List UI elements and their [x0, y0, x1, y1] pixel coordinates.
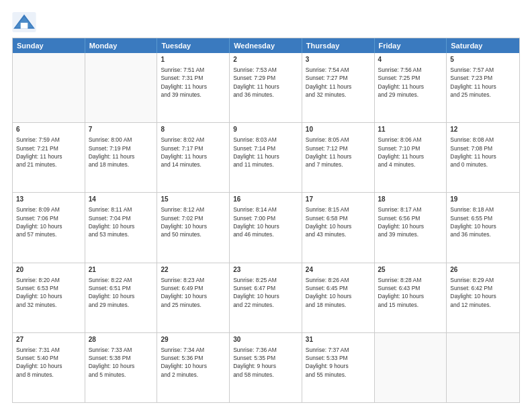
day-cell-22: 22Sunrise: 8:23 AMSunset: 6:49 PMDayligh…: [157, 263, 230, 332]
day-cell-13: 13Sunrise: 8:09 AMSunset: 7:06 PMDayligh…: [13, 193, 85, 262]
day-number: 16: [233, 195, 298, 204]
day-detail-line: Sunset: 5:33 PM: [306, 354, 371, 362]
day-number: 23: [233, 265, 298, 275]
day-detail-line: Sunset: 6:51 PM: [89, 284, 154, 292]
day-detail-line: Sunrise: 7:36 AM: [233, 346, 298, 354]
calendar-header: SundayMondayTuesdayWednesdayThursdayFrid…: [13, 38, 519, 53]
day-detail-line: Sunrise: 8:25 AM: [233, 276, 298, 284]
day-detail-line: and 53 minutes.: [89, 230, 154, 238]
logo-icon: [12, 12, 36, 32]
weekday-header-thursday: Thursday: [302, 38, 375, 53]
day-detail-line: Sunset: 7:27 PM: [306, 74, 371, 82]
day-cell-12: 12Sunrise: 8:08 AMSunset: 7:08 PMDayligh…: [447, 123, 519, 192]
day-number: 7: [89, 125, 154, 134]
day-detail-line: Daylight: 10 hours: [89, 362, 154, 370]
day-detail-line: and 39 minutes.: [161, 91, 226, 99]
day-detail-line: Daylight: 10 hours: [306, 222, 371, 230]
day-cell-31: 31Sunrise: 7:37 AMSunset: 5:33 PMDayligh…: [302, 333, 375, 402]
day-number: 1: [161, 55, 226, 64]
day-cell-7: 7Sunrise: 8:00 AMSunset: 7:19 PMDaylight…: [85, 123, 158, 192]
day-cell-29: 29Sunrise: 7:34 AMSunset: 5:36 PMDayligh…: [157, 333, 230, 402]
day-detail-line: Sunset: 7:19 PM: [89, 144, 154, 152]
day-detail-line: Daylight: 9 hours: [233, 362, 298, 370]
day-number: 24: [306, 265, 371, 275]
day-cell-11: 11Sunrise: 8:06 AMSunset: 7:10 PMDayligh…: [375, 123, 447, 192]
day-detail-line: and 0 minutes.: [450, 161, 516, 169]
day-cell-26: 26Sunrise: 8:29 AMSunset: 6:42 PMDayligh…: [447, 263, 519, 332]
week-row-2: 6Sunrise: 7:59 AMSunset: 7:21 PMDaylight…: [13, 123, 519, 193]
day-number: 20: [16, 265, 81, 275]
day-detail-line: Sunrise: 8:12 AM: [161, 205, 226, 214]
day-number: 6: [16, 125, 81, 134]
day-detail-line: Sunrise: 8:20 AM: [16, 276, 81, 284]
day-detail-line: Sunrise: 7:31 AM: [16, 346, 81, 354]
day-number: 31: [306, 335, 371, 345]
day-number: 29: [161, 335, 226, 345]
day-number: 27: [16, 335, 81, 345]
empty-cell: [375, 333, 447, 402]
day-cell-1: 1Sunrise: 7:51 AMSunset: 7:31 PMDaylight…: [157, 53, 230, 122]
day-detail-line: and 29 minutes.: [378, 91, 443, 99]
day-cell-18: 18Sunrise: 8:17 AMSunset: 6:56 PMDayligh…: [375, 193, 447, 262]
day-detail-line: and 29 minutes.: [89, 301, 154, 309]
day-number: 28: [89, 335, 154, 345]
day-number: 4: [378, 55, 443, 64]
day-detail-line: Sunrise: 7:54 AM: [306, 66, 371, 74]
day-detail-line: and 32 minutes.: [306, 91, 371, 99]
day-detail-line: Sunset: 7:06 PM: [16, 214, 81, 222]
day-detail-line: and 2 minutes.: [161, 371, 226, 379]
day-detail-line: Sunset: 7:14 PM: [233, 144, 298, 152]
day-detail-line: and 36 minutes.: [450, 230, 516, 238]
day-number: 14: [89, 195, 154, 204]
day-detail-line: Sunrise: 7:34 AM: [161, 346, 226, 354]
day-number: 21: [89, 265, 154, 275]
day-detail-line: Sunrise: 7:57 AM: [450, 66, 516, 74]
day-number: 8: [161, 125, 226, 134]
day-number: 2: [233, 55, 298, 64]
day-cell-19: 19Sunrise: 8:18 AMSunset: 6:55 PMDayligh…: [447, 193, 519, 262]
day-detail-line: Sunset: 6:42 PM: [450, 284, 516, 292]
day-detail-line: Daylight: 10 hours: [233, 222, 298, 230]
day-detail-line: Sunset: 7:08 PM: [450, 144, 516, 152]
day-cell-27: 27Sunrise: 7:31 AMSunset: 5:40 PMDayligh…: [13, 333, 85, 402]
day-cell-4: 4Sunrise: 7:56 AMSunset: 7:25 PMDaylight…: [375, 53, 447, 122]
day-number: 13: [16, 195, 81, 204]
day-detail-line: Daylight: 11 hours: [378, 152, 443, 161]
day-detail-line: Sunrise: 8:09 AM: [16, 205, 81, 214]
day-detail-line: Sunset: 5:40 PM: [16, 354, 81, 362]
day-number: 10: [306, 125, 371, 134]
day-cell-23: 23Sunrise: 8:25 AMSunset: 6:47 PMDayligh…: [230, 263, 302, 332]
day-cell-28: 28Sunrise: 7:33 AMSunset: 5:38 PMDayligh…: [85, 333, 158, 402]
day-detail-line: Sunset: 6:53 PM: [16, 284, 81, 292]
empty-cell: [85, 53, 158, 122]
day-detail-line: Sunset: 7:00 PM: [233, 214, 298, 222]
day-detail-line: Sunrise: 7:59 AM: [16, 136, 81, 144]
day-detail-line: Sunrise: 8:00 AM: [89, 136, 154, 144]
weekday-header-monday: Monday: [85, 38, 158, 53]
empty-cell: [447, 333, 519, 402]
calendar-body: 1Sunrise: 7:51 AMSunset: 7:31 PMDaylight…: [13, 53, 519, 402]
day-detail-line: Sunset: 6:56 PM: [378, 214, 443, 222]
day-detail-line: Daylight: 11 hours: [378, 83, 443, 91]
day-detail-line: Daylight: 10 hours: [161, 222, 226, 230]
day-detail-line: Daylight: 10 hours: [233, 292, 298, 300]
day-detail-line: and 7 minutes.: [306, 161, 371, 169]
day-detail-line: Sunrise: 7:37 AM: [306, 346, 371, 354]
day-detail-line: Sunrise: 8:02 AM: [161, 136, 226, 144]
weekday-header-saturday: Saturday: [447, 38, 519, 53]
day-detail-line: and 21 minutes.: [16, 161, 81, 169]
day-detail-line: Sunset: 7:21 PM: [16, 144, 81, 152]
day-number: 22: [161, 265, 226, 275]
weekday-header-friday: Friday: [375, 38, 447, 53]
week-row-5: 27Sunrise: 7:31 AMSunset: 5:40 PMDayligh…: [13, 333, 519, 402]
day-detail-line: Sunset: 6:58 PM: [306, 214, 371, 222]
day-detail-line: Sunrise: 8:11 AM: [89, 205, 154, 214]
day-detail-line: Sunset: 7:10 PM: [378, 144, 443, 152]
day-detail-line: and 12 minutes.: [450, 301, 516, 309]
day-detail-line: Sunset: 5:35 PM: [233, 354, 298, 362]
weekday-header-tuesday: Tuesday: [157, 38, 230, 53]
day-detail-line: Sunrise: 7:53 AM: [233, 66, 298, 74]
day-detail-line: Sunset: 6:47 PM: [233, 284, 298, 292]
day-detail-line: Sunrise: 8:15 AM: [306, 205, 371, 214]
day-number: 12: [450, 125, 516, 134]
